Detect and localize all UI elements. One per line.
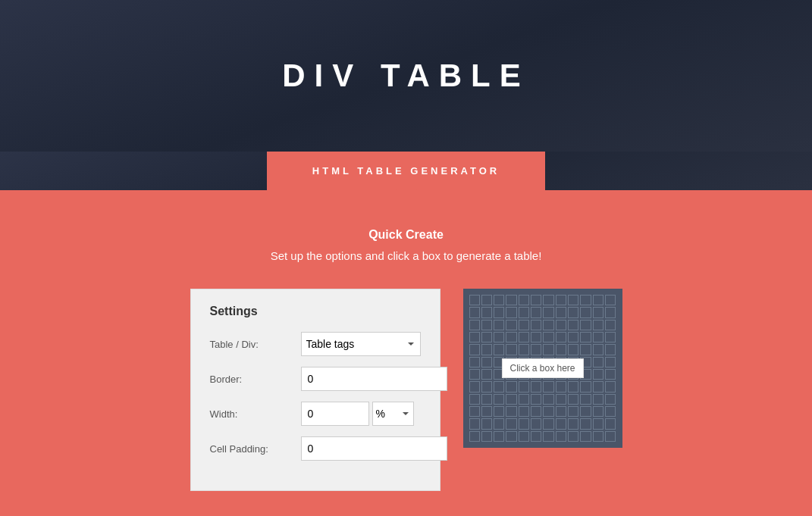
grid-cell[interactable] [531, 431, 541, 442]
grid-cell[interactable] [506, 381, 516, 392]
grid-cell[interactable] [481, 332, 492, 342]
grid-cell[interactable] [506, 332, 516, 342]
grid-cell[interactable] [605, 394, 616, 405]
grid-cell[interactable] [494, 394, 504, 405]
grid-cell[interactable] [580, 344, 591, 355]
grid-cell[interactable] [469, 406, 480, 417]
grid-cell[interactable] [543, 406, 553, 417]
grid-cell[interactable] [469, 418, 480, 429]
grid-cell[interactable] [580, 332, 591, 342]
table-div-select[interactable]: Table tags Div tags [301, 332, 421, 356]
grid-cell[interactable] [580, 381, 591, 392]
grid-cell[interactable] [469, 357, 480, 367]
grid-cell[interactable] [531, 320, 541, 330]
grid-cell[interactable] [469, 369, 480, 380]
grid-cell[interactable] [568, 320, 578, 330]
grid-cell[interactable] [605, 332, 616, 342]
grid-cell[interactable] [469, 431, 480, 442]
grid-cell[interactable] [494, 307, 504, 317]
grid-cell[interactable] [506, 418, 516, 429]
grid-cell[interactable] [494, 344, 504, 355]
grid-cell[interactable] [568, 394, 578, 405]
grid-cell[interactable] [593, 320, 604, 330]
grid-cell[interactable] [519, 381, 529, 392]
grid-cell[interactable] [519, 418, 529, 429]
grid-cell[interactable] [556, 381, 566, 392]
grid-cell[interactable] [481, 357, 492, 367]
grid-cell[interactable] [568, 357, 578, 367]
grid-cell[interactable] [556, 418, 566, 429]
grid-cell[interactable] [556, 394, 566, 405]
grid-cell[interactable] [580, 418, 591, 429]
grid-cell[interactable] [543, 332, 553, 342]
grid-cell[interactable] [519, 369, 529, 380]
grid-cell[interactable] [481, 406, 492, 417]
grid-cell[interactable] [605, 344, 616, 355]
grid-cell[interactable] [593, 332, 604, 342]
grid-cell[interactable] [543, 369, 553, 380]
grid-cell[interactable] [494, 320, 504, 330]
grid-cell[interactable] [469, 307, 480, 317]
grid-cell[interactable] [531, 381, 541, 392]
grid-cell[interactable] [531, 307, 541, 317]
grid-cell[interactable] [519, 295, 529, 305]
grid-cell[interactable] [506, 295, 516, 305]
grid-cell[interactable] [556, 357, 566, 367]
grid-cell[interactable] [481, 381, 492, 392]
grid-cell[interactable] [506, 394, 516, 405]
grid-cell[interactable] [580, 307, 591, 317]
grid-cell[interactable] [568, 344, 578, 355]
grid-cell[interactable] [543, 344, 553, 355]
grid-cell[interactable] [580, 431, 591, 442]
grid-cell[interactable] [481, 431, 492, 442]
grid-cell[interactable] [481, 307, 492, 317]
grid-cell[interactable] [481, 418, 492, 429]
grid-cell[interactable] [506, 307, 516, 317]
grid-cell[interactable] [556, 295, 566, 305]
grid-cell[interactable] [494, 381, 504, 392]
grid-cell[interactable] [605, 320, 616, 330]
grid-cell[interactable] [481, 295, 492, 305]
grid-cell[interactable] [519, 307, 529, 317]
grid-cell[interactable] [568, 381, 578, 392]
grid-cell[interactable] [593, 381, 604, 392]
grid-cell[interactable] [519, 344, 529, 355]
grid-cell[interactable] [481, 369, 492, 380]
grid-cell[interactable] [469, 295, 480, 305]
grid-cell[interactable] [556, 332, 566, 342]
grid-cell[interactable] [469, 344, 480, 355]
grid-cell[interactable] [605, 369, 616, 380]
grid-cell[interactable] [543, 307, 553, 317]
grid-cell[interactable] [481, 394, 492, 405]
grid-cell[interactable] [593, 406, 604, 417]
grid-cell[interactable] [494, 431, 504, 442]
border-input[interactable] [301, 367, 447, 391]
grid-cell[interactable] [543, 295, 553, 305]
grid-cell[interactable] [481, 344, 492, 355]
grid-cell[interactable] [519, 406, 529, 417]
grid-cell[interactable] [543, 320, 553, 330]
grid-cell[interactable] [605, 418, 616, 429]
grid-cell[interactable] [593, 357, 604, 367]
grid-cell[interactable] [580, 394, 591, 405]
grid-cell[interactable] [494, 357, 504, 367]
grid-cell[interactable] [593, 369, 604, 380]
grid-cell[interactable] [494, 406, 504, 417]
grid-cell[interactable] [494, 295, 504, 305]
grid-cell[interactable] [605, 406, 616, 417]
grid-cell[interactable] [568, 307, 578, 317]
grid-cell[interactable] [593, 344, 604, 355]
html-table-generator-tab[interactable]: HTML TABLE GENERATOR [267, 152, 545, 190]
grid-cell[interactable] [531, 418, 541, 429]
grid-cell[interactable] [580, 369, 591, 380]
grid-cell[interactable] [506, 344, 516, 355]
grid-cell[interactable] [593, 394, 604, 405]
grid-cell[interactable] [531, 394, 541, 405]
width-unit-select[interactable]: % px [372, 402, 414, 426]
grid-cell[interactable] [556, 307, 566, 317]
grid-cell[interactable] [519, 332, 529, 342]
grid-cell[interactable] [506, 357, 516, 367]
grid-cell[interactable] [580, 320, 591, 330]
grid-cell[interactable] [593, 307, 604, 317]
grid-cell[interactable] [506, 406, 516, 417]
